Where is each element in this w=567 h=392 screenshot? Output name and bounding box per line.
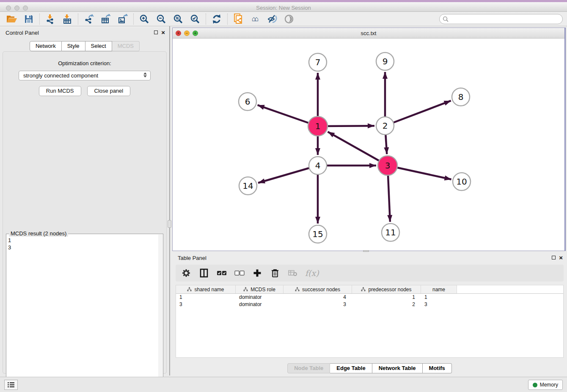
toolbar-separator bbox=[133, 14, 134, 25]
table-cell[interactable]: 2 bbox=[352, 301, 421, 308]
table-cell[interactable]: dominator bbox=[236, 294, 284, 301]
graph-node-label: 3 bbox=[385, 160, 391, 171]
network-view-title: scc.txt bbox=[173, 30, 564, 36]
export-network-icon[interactable] bbox=[80, 13, 97, 25]
table-row[interactable]: 1dominator411 bbox=[176, 294, 563, 301]
graph-node-label: 10 bbox=[456, 177, 467, 187]
hierarchy-icon bbox=[187, 287, 192, 292]
graph-node-label: 15 bbox=[312, 229, 323, 239]
network-view-titlebar[interactable]: × − + scc.txt bbox=[173, 28, 564, 39]
graph-edge[interactable] bbox=[385, 101, 451, 126]
zoom-out-icon[interactable] bbox=[153, 13, 170, 25]
home-icon[interactable]: ⌂⌂ bbox=[247, 13, 264, 25]
search-input[interactable] bbox=[439, 14, 563, 24]
graph-edge[interactable] bbox=[328, 132, 388, 166]
hierarchy-icon bbox=[361, 287, 366, 292]
table-body: 1dominator4113dominator323 bbox=[176, 294, 563, 308]
export-table-icon[interactable] bbox=[97, 13, 114, 25]
close-panel-icon[interactable]: × bbox=[161, 30, 165, 35]
panel-splitter[interactable] bbox=[169, 26, 170, 375]
toolbar-separator bbox=[78, 14, 78, 25]
mcds-result-group: MCDS result (2 nodes) 1 3 bbox=[6, 234, 163, 392]
table-cell[interactable]: 1 bbox=[352, 294, 421, 301]
network-canvas[interactable]: 7968124314101511 bbox=[173, 39, 564, 250]
column-header[interactable]: successor nodes bbox=[284, 285, 352, 293]
close-table-panel-icon[interactable]: × bbox=[559, 255, 563, 260]
mcds-result-title: MCDS result (2 nodes) bbox=[9, 230, 68, 237]
memory-button[interactable]: Memory bbox=[528, 380, 563, 390]
task-history-button[interactable] bbox=[4, 380, 18, 390]
show-graphics-details-icon[interactable] bbox=[281, 13, 297, 25]
refresh-icon[interactable] bbox=[208, 13, 225, 25]
tab-mcds[interactable]: MCDS bbox=[112, 41, 140, 51]
table-cell[interactable]: 3 bbox=[421, 301, 457, 308]
column-header[interactable]: predecessor nodes bbox=[352, 285, 421, 293]
tab-select[interactable]: Select bbox=[85, 41, 112, 51]
tab-network-table[interactable]: Network Table bbox=[372, 363, 423, 373]
mcds-panel: Optimization criterion: strongly connect… bbox=[3, 51, 167, 374]
close-panel-button[interactable]: Close panel bbox=[87, 86, 131, 96]
result-scrollbar[interactable] bbox=[158, 235, 162, 392]
table-toolbar: f(x) bbox=[176, 265, 564, 282]
window-title: Session: New Session bbox=[0, 5, 567, 11]
memory-status-icon bbox=[533, 383, 537, 387]
status-bar: Memory bbox=[0, 377, 567, 392]
column-header[interactable]: MCDS role bbox=[236, 285, 284, 293]
header-filler bbox=[457, 285, 563, 293]
deselect-all-icon[interactable] bbox=[234, 268, 245, 279]
hide-graphics-details-icon[interactable] bbox=[264, 13, 281, 25]
view-resize-handle[interactable] bbox=[363, 250, 369, 252]
run-mcds-button[interactable]: Run MCDS bbox=[39, 86, 81, 96]
hierarchy-icon bbox=[295, 287, 300, 292]
graph-node-label: 6 bbox=[245, 97, 250, 107]
table-cell[interactable]: 1 bbox=[421, 294, 457, 301]
import-table-icon[interactable] bbox=[59, 13, 76, 25]
hierarchy-icon bbox=[243, 287, 248, 292]
window-titlebar: Session: New Session bbox=[0, 0, 567, 12]
mcds-result-text[interactable]: 1 3 bbox=[8, 237, 157, 392]
table-row[interactable]: 3dominator323 bbox=[176, 301, 563, 308]
show-columns-icon[interactable] bbox=[198, 268, 209, 279]
network-from-file-icon[interactable] bbox=[230, 13, 247, 25]
zoom-in-icon[interactable] bbox=[136, 13, 153, 25]
table-tabs: Node Table Edge Table Network Table Moti… bbox=[172, 363, 567, 373]
float-table-panel-icon[interactable] bbox=[552, 256, 556, 259]
table-cell[interactable]: 3 bbox=[176, 301, 236, 308]
settings-icon[interactable] bbox=[181, 268, 192, 279]
import-network-icon[interactable] bbox=[42, 13, 59, 25]
tab-node-table[interactable]: Node Table bbox=[287, 363, 330, 373]
float-panel-icon[interactable] bbox=[154, 30, 158, 34]
tab-network[interactable]: Network bbox=[30, 41, 62, 51]
tab-edge-table[interactable]: Edge Table bbox=[330, 363, 372, 373]
tab-motifs[interactable]: Motifs bbox=[423, 363, 452, 373]
table-cell[interactable]: 3 bbox=[284, 301, 352, 308]
splitter-grip[interactable] bbox=[168, 220, 171, 228]
add-column-icon[interactable] bbox=[252, 268, 263, 279]
table-cell[interactable]: 4 bbox=[284, 294, 352, 301]
select-all-icon[interactable] bbox=[216, 268, 227, 279]
save-session-icon[interactable] bbox=[20, 13, 37, 25]
table-cell[interactable]: 1 bbox=[176, 294, 236, 301]
optimization-criterion-label: Optimization criterion: bbox=[3, 60, 166, 66]
criterion-value: strongly connected component bbox=[23, 72, 98, 79]
memory-label: Memory bbox=[540, 382, 558, 388]
node-table: shared nameMCDS rolesuccessor nodesprede… bbox=[176, 285, 564, 358]
graph-node-label: 9 bbox=[383, 56, 388, 66]
column-header[interactable]: shared name bbox=[176, 285, 236, 293]
table-cell[interactable]: dominator bbox=[236, 301, 284, 308]
main-toolbar: ⌂⌂ bbox=[0, 12, 567, 26]
control-panel-tabs: Network Style Select MCDS bbox=[0, 41, 169, 51]
zoom-fit-icon[interactable] bbox=[170, 13, 187, 25]
criterion-dropdown[interactable]: strongly connected component bbox=[19, 71, 151, 80]
search-field bbox=[439, 14, 563, 24]
zoom-selected-icon[interactable] bbox=[187, 13, 204, 25]
network-view-window: × − + scc.txt 7968124314101511 bbox=[172, 28, 566, 251]
delete-column-icon[interactable] bbox=[270, 268, 281, 279]
toolbar-separator bbox=[227, 14, 228, 25]
export-image-icon[interactable] bbox=[114, 13, 131, 25]
column-header[interactable]: name bbox=[421, 285, 457, 293]
graph-node-label: 11 bbox=[385, 227, 396, 237]
open-session-icon[interactable] bbox=[3, 13, 20, 25]
tab-style[interactable]: Style bbox=[62, 41, 85, 51]
table-header-row: shared nameMCDS rolesuccessor nodesprede… bbox=[176, 285, 563, 294]
